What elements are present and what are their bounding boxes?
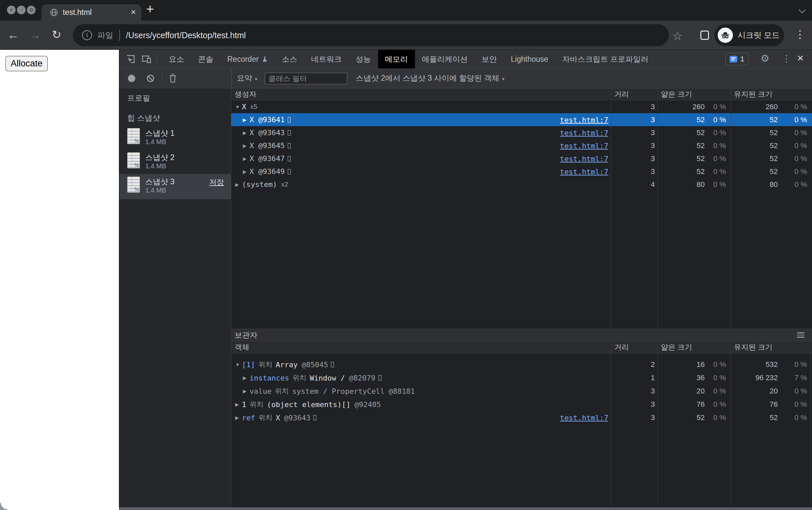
expand-arrow-icon[interactable]: ▶: [243, 117, 250, 122]
tab-console[interactable]: 콘솔: [191, 50, 220, 68]
retainer-row[interactable]: ▶value위치system / PropertyCell@88181 3200…: [231, 385, 812, 398]
constructor-row-system[interactable]: ▶(system)x2 4800 %800 %: [231, 178, 812, 191]
column-divider[interactable]: [658, 88, 658, 329]
retainer-row[interactable]: ▶instances위치Window /@82079 1360 %96 2327…: [231, 371, 812, 385]
browser-tab[interactable]: test.html ×: [41, 4, 141, 21]
column-shallow-size[interactable]: 얕은 크기: [661, 88, 692, 100]
tab-lighthouse[interactable]: Lighthouse: [504, 50, 555, 68]
source-link[interactable]: test.html:7: [560, 167, 608, 176]
devtools-tabs: 요소 콘솔 Recorder 소스 네트워크 성능 메모리 애플리케이션 보안 …: [162, 50, 656, 68]
snapshot-item-3[interactable]: 스냅샷 3 1.4 MB 저장: [119, 174, 231, 199]
save-snapshot-link[interactable]: 저장: [209, 177, 224, 187]
retainer-row[interactable]: ▶1위치(object elements)[]@92405 3760 %760 …: [231, 398, 812, 411]
tab-elements[interactable]: 요소: [162, 50, 191, 68]
expand-arrow-icon[interactable]: ▶: [243, 130, 250, 136]
tab-performance[interactable]: 성능: [349, 50, 378, 68]
tab-close-button[interactable]: ×: [131, 7, 136, 17]
reload-button[interactable]: ↻: [52, 28, 61, 41]
window-bottom-edge: [119, 507, 812, 510]
window-minimize-button[interactable]: −: [17, 6, 26, 14]
source-link[interactable]: test.html:7: [560, 128, 608, 137]
expand-arrow-icon[interactable]: ▶: [243, 375, 250, 381]
column-object[interactable]: 객체: [235, 341, 249, 353]
settings-gear-icon[interactable]: ⚙: [760, 53, 770, 64]
devtools-close-button[interactable]: ×: [797, 52, 804, 64]
tab-javascript-profiler[interactable]: 자바스크립트 프로파일러: [555, 50, 655, 68]
missing-glyph-box: [288, 130, 291, 136]
source-link[interactable]: test.html:7: [560, 142, 608, 150]
retainer-row[interactable]: ▼[1]위치Array@85045 2160 %5320 %: [231, 358, 812, 371]
clear-icon[interactable]: [147, 75, 154, 82]
window-zoom-button[interactable]: ⊘: [27, 6, 35, 14]
tab-recorder[interactable]: Recorder: [220, 50, 275, 68]
window-close-button[interactable]: ×: [7, 6, 16, 14]
column-distance[interactable]: 거리: [614, 88, 629, 100]
summary-dropdown[interactable]: 요약▾: [237, 68, 258, 89]
collapse-arrow-icon[interactable]: ▼: [235, 362, 242, 367]
tab-security[interactable]: 보안: [475, 50, 504, 68]
collapse-arrow-icon[interactable]: ▼: [235, 104, 242, 110]
incognito-icon: [718, 28, 733, 43]
chevron-down-icon[interactable]: [799, 6, 806, 13]
retainer-row[interactable]: ▶ref위치X@93643 test.html:7 3520 %520 %: [231, 411, 812, 424]
column-shallow-size[interactable]: 얕은 크기: [661, 341, 692, 353]
new-tab-button[interactable]: +: [146, 2, 154, 17]
url-text[interactable]: /Users/yceffort/Desktop/test.html: [126, 31, 246, 40]
retainers-header-row: 객체 거리 얕은 크기 유지된 크기: [231, 341, 812, 353]
column-retained-size[interactable]: 유지된 크기: [734, 88, 773, 100]
heap-snapshot-grid: 생성자 거리 얕은 크기 유지된 크기 ▼Xx5 32600 %2600 % ▶…: [231, 88, 812, 507]
address-bar[interactable]: i 파일 /Users/yceffort/Desktop/test.html: [73, 24, 669, 46]
column-divider[interactable]: [611, 88, 611, 329]
browser-menu-button[interactable]: ⋮: [795, 28, 805, 40]
expand-arrow-icon[interactable]: ▶: [235, 415, 242, 420]
incognito-badge: 시크릿 모드: [714, 24, 784, 46]
allocate-button[interactable]: Allocate: [5, 56, 48, 71]
column-divider[interactable]: [658, 341, 658, 507]
expand-arrow-icon[interactable]: ▶: [235, 182, 242, 187]
site-info-label[interactable]: 파일: [97, 30, 113, 40]
inspect-element-icon[interactable]: [125, 54, 136, 64]
heap-object-row-selected[interactable]: ▶X @93641 test.html:7 3520 %520 %: [231, 113, 812, 126]
chevron-down-icon: ▾: [502, 76, 505, 82]
trash-icon[interactable]: [168, 73, 177, 83]
expand-arrow-icon[interactable]: ▶: [243, 156, 250, 161]
source-link[interactable]: test.html:7: [560, 414, 608, 422]
column-divider[interactable]: [611, 341, 611, 507]
site-info-icon[interactable]: i: [82, 30, 92, 40]
class-filter-input[interactable]: [265, 73, 347, 84]
heap-object-row[interactable]: ▶X @93647 test.html:7 3520 %520 %: [231, 152, 812, 165]
snapshot-item-2[interactable]: 스냅샷 2 1.4 MB: [119, 150, 231, 174]
back-button[interactable]: ←: [7, 28, 19, 42]
expand-arrow-icon[interactable]: ▶: [243, 169, 250, 174]
expand-arrow-icon[interactable]: ▶: [243, 388, 250, 394]
devtools-tab-bar: 요소 콘솔 Recorder 소스 네트워크 성능 메모리 애플리케이션 보안 …: [119, 50, 812, 68]
expand-arrow-icon[interactable]: ▶: [243, 143, 250, 148]
column-retained-size[interactable]: 유지된 크기: [734, 341, 773, 353]
allocation-scope-dropdown[interactable]: 스냅샷 2에서 스냅샷 3 사이에 할당된 객체▾: [356, 68, 504, 89]
expand-arrow-icon[interactable]: ▶: [235, 402, 242, 407]
forward-button[interactable]: →: [29, 28, 41, 42]
heap-snapshot-icon: [127, 152, 140, 168]
tab-memory[interactable]: 메모리: [378, 50, 415, 68]
column-divider[interactable]: [731, 341, 731, 507]
source-link[interactable]: test.html:7: [560, 154, 608, 163]
snapshot-item-1[interactable]: 스냅샷 1 1.4 MB: [119, 125, 231, 150]
record-icon[interactable]: [128, 75, 135, 82]
column-divider[interactable]: [731, 88, 731, 329]
tab-application[interactable]: 애플리케이션: [415, 50, 475, 68]
bookmark-star-icon[interactable]: ☆: [672, 29, 683, 42]
column-distance[interactable]: 거리: [614, 341, 629, 353]
constructor-row-x[interactable]: ▼Xx5 32600 %2600 %: [231, 100, 812, 113]
issues-counter[interactable]: 1: [725, 53, 749, 65]
side-panel-icon[interactable]: [700, 31, 709, 40]
heap-object-row[interactable]: ▶X @93649 test.html:7 3520 %520 %: [231, 165, 812, 178]
heap-object-row[interactable]: ▶X @93645 test.html:7 3520 %520 %: [231, 139, 812, 152]
device-toolbar-icon[interactable]: [141, 54, 152, 64]
source-link[interactable]: test.html:7: [560, 116, 608, 124]
column-constructor[interactable]: 생성자: [235, 88, 257, 100]
devtools-menu-button[interactable]: ⋮: [782, 53, 791, 64]
hamburger-menu-icon[interactable]: [797, 332, 804, 339]
tab-network[interactable]: 네트워크: [304, 50, 349, 68]
tab-sources[interactable]: 소스: [275, 50, 304, 68]
heap-object-row[interactable]: ▶X @93643 test.html:7 3520 %520 %: [231, 126, 812, 139]
